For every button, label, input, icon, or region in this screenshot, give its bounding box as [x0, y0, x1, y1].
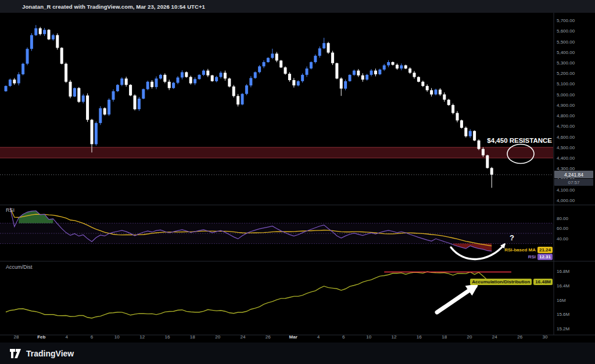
bar-countdown-badge: 07:57 [554, 179, 593, 186]
rsi-ma-readout: RSI-based MA 21.24 [504, 247, 553, 253]
svg-text:Mar: Mar [289, 334, 298, 340]
resistance-zone [0, 147, 553, 158]
svg-text:20: 20 [467, 334, 472, 340]
svg-text:5,200.00: 5,200.00 [557, 71, 575, 76]
svg-text:26: 26 [266, 334, 271, 340]
svg-text:18: 18 [190, 334, 195, 340]
candlestick-series [5, 25, 493, 188]
attribution-bar: Jonatan_R created with TradingView.com, … [0, 0, 595, 13]
svg-text:18: 18 [442, 334, 447, 340]
adl-label-badge: Accumulation/Distribution [470, 279, 532, 285]
svg-text:4: 4 [65, 334, 68, 340]
svg-text:6: 6 [91, 334, 94, 340]
rsi-label: RSI [528, 254, 536, 260]
tradingview-logo-icon[interactable] [9, 348, 21, 359]
rsi-readout: RSI 12.31 [528, 254, 553, 260]
svg-text:16: 16 [165, 334, 170, 340]
svg-text:4,800.00: 4,800.00 [557, 113, 575, 118]
svg-text:24: 24 [492, 334, 497, 340]
svg-text:4,900.00: 4,900.00 [557, 103, 575, 108]
rsi-value-badge: 12.31 [537, 254, 553, 260]
svg-text:40.00: 40.00 [557, 236, 569, 242]
svg-text:15.2M: 15.2M [557, 326, 570, 331]
svg-text:5,000.00: 5,000.00 [557, 92, 575, 98]
svg-text:4: 4 [317, 334, 320, 340]
svg-text:4,100.00: 4,100.00 [557, 188, 575, 193]
svg-text:4,500.00: 4,500.00 [557, 145, 575, 150]
svg-text:16: 16 [417, 334, 422, 340]
svg-text:26: 26 [517, 334, 522, 340]
svg-text:10: 10 [366, 334, 371, 340]
svg-text:80.00: 80.00 [557, 216, 569, 221]
svg-text:5,600.00: 5,600.00 [557, 28, 575, 34]
svg-text:12: 12 [392, 334, 397, 340]
svg-text:20: 20 [215, 334, 220, 340]
svg-text:Feb: Feb [37, 334, 45, 340]
svg-text:16.8M: 16.8M [557, 269, 570, 274]
svg-text:4,400.00: 4,400.00 [557, 156, 575, 161]
tradingview-snapshot: Jonatan_R created with TradingView.com, … [0, 0, 595, 364]
svg-text:4,000.00: 4,000.00 [557, 198, 575, 203]
last-price-badge: 4,241.84 [554, 171, 593, 178]
svg-text:10: 10 [114, 334, 120, 340]
footer-bar: TradingView [0, 343, 595, 364]
rsi-panel: 80.0060.0040.00 [0, 208, 569, 251]
question-mark-annotation: ? [510, 233, 514, 242]
svg-text:4,600.00: 4,600.00 [557, 135, 575, 140]
svg-text:5,100.00: 5,100.00 [557, 81, 575, 87]
svg-text:24: 24 [241, 334, 246, 340]
tradingview-wordmark[interactable]: TradingView [26, 349, 74, 358]
svg-text:5,300.00: 5,300.00 [557, 60, 575, 66]
svg-text:12: 12 [139, 334, 145, 340]
resistance-label: $4,450 RESISTANCE [487, 137, 552, 144]
attribution-text: Jonatan_R created with TradingView.com, … [22, 3, 205, 10]
svg-text:15.6M: 15.6M [557, 312, 570, 317]
rsi-ma-value-badge: 21.24 [537, 247, 553, 253]
adl-arrow [437, 286, 475, 312]
adl-panel-title: Accum/Dist [6, 264, 33, 270]
svg-text:60.00: 60.00 [557, 226, 569, 231]
adl-value-badge: 16.48M [533, 279, 553, 285]
svg-text:6: 6 [342, 334, 345, 340]
adl-readout: Accumulation/Distribution 16.48M [470, 279, 553, 285]
svg-text:5,700.00: 5,700.00 [557, 18, 575, 23]
svg-text:28: 28 [14, 334, 19, 340]
rsi-ma-label: RSI-based MA [504, 247, 536, 253]
svg-text:16M: 16M [557, 298, 566, 303]
svg-text:16.4M: 16.4M [557, 283, 570, 289]
svg-text:5,400.00: 5,400.00 [557, 50, 575, 55]
rsi-panel-title: RSI [6, 207, 15, 213]
chart-canvas[interactable]: 5,700.005,600.005,500.005,400.005,300.00… [0, 13, 595, 343]
svg-text:30: 30 [543, 334, 548, 340]
svg-text:5,500.00: 5,500.00 [557, 39, 575, 45]
svg-text:4,700.00: 4,700.00 [557, 124, 575, 129]
